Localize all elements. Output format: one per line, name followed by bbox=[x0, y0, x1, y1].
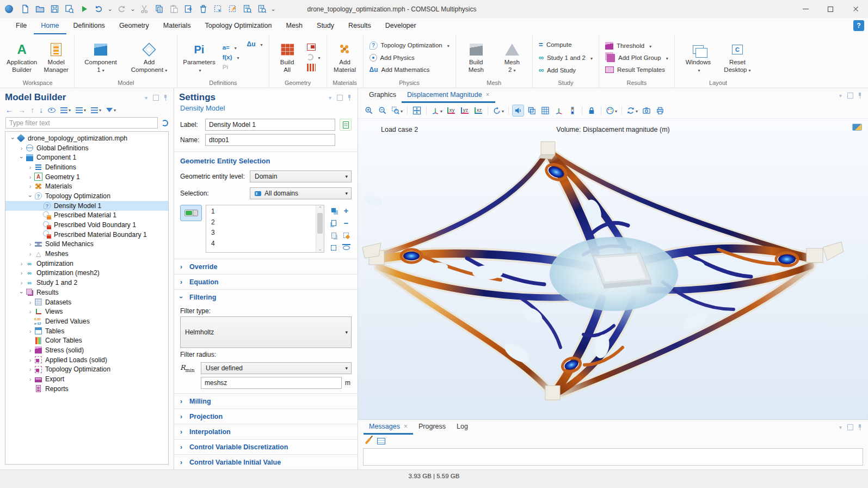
build-all-button[interactable]: Build All bbox=[272, 40, 303, 74]
customize-toolbar-icon[interactable] bbox=[269, 5, 277, 13]
reset-desktop-button[interactable]: C Reset Desktop bbox=[721, 40, 753, 74]
help-button[interactable]: ? bbox=[853, 20, 864, 31]
delete-button[interactable] bbox=[196, 2, 210, 16]
expand-collapsed-icon[interactable] bbox=[26, 347, 34, 353]
tree-item-materials[interactable]: Materials bbox=[5, 181, 168, 191]
domain-item[interactable]: 3 bbox=[211, 228, 314, 239]
drone-topology-structure[interactable] bbox=[358, 119, 868, 419]
tab-log[interactable]: Log bbox=[451, 420, 473, 435]
expand-collapsed-icon[interactable] bbox=[17, 270, 26, 276]
menu-topology-optimization[interactable]: Topology Optimization bbox=[198, 18, 279, 34]
zoom-to-selection-button[interactable] bbox=[328, 242, 339, 253]
view-xz-button[interactable]: xz bbox=[472, 105, 484, 117]
rotate-button[interactable] bbox=[491, 105, 505, 117]
find-button[interactable] bbox=[240, 2, 254, 16]
windows-button[interactable]: Windows bbox=[683, 40, 714, 74]
tree-item-meshes[interactable]: Meshes bbox=[5, 249, 168, 259]
expand-expanded-icon[interactable] bbox=[9, 135, 17, 142]
cut-button[interactable] bbox=[137, 2, 151, 16]
expand-collapsed-icon[interactable] bbox=[26, 376, 34, 382]
expand-expanded-icon[interactable] bbox=[26, 193, 34, 199]
tree-item-component-1[interactable]: Component 1 bbox=[5, 152, 168, 162]
expand-collapsed-icon[interactable] bbox=[26, 164, 34, 170]
run-button[interactable] bbox=[77, 2, 91, 16]
close-tab-icon[interactable] bbox=[486, 91, 490, 99]
color-theme-button[interactable] bbox=[605, 105, 618, 117]
expand-collapsed-icon[interactable] bbox=[26, 328, 34, 334]
select-box-button[interactable] bbox=[211, 2, 225, 16]
close-button[interactable] bbox=[843, 0, 868, 18]
add-plot-group-button[interactable]: Add Plot Group bbox=[604, 53, 670, 63]
menu-mesh[interactable]: Mesh bbox=[279, 18, 310, 34]
minimize-button[interactable] bbox=[793, 0, 818, 18]
tree-item-tables[interactable]: Tables bbox=[5, 326, 168, 336]
tab-graphics[interactable]: Graphics bbox=[364, 88, 402, 103]
maximize-button[interactable] bbox=[818, 0, 843, 18]
expand-expanded-icon[interactable] bbox=[17, 289, 26, 296]
section-equation[interactable]: Equation bbox=[174, 274, 358, 289]
tree-filter-input[interactable] bbox=[5, 117, 158, 129]
collapse-all-button[interactable]: ▾ bbox=[60, 107, 71, 113]
result-templates-button[interactable]: Result Templates bbox=[604, 66, 670, 74]
tree-item-derived-values[interactable]: Derived Values bbox=[5, 316, 168, 326]
pin-panel-icon[interactable] bbox=[857, 93, 863, 99]
tree-item-views[interactable]: Views bbox=[5, 307, 168, 316]
close-tab-icon[interactable] bbox=[404, 423, 408, 430]
section-interpolation[interactable]: Interpolation bbox=[174, 424, 358, 439]
tab-progress[interactable]: Progress bbox=[413, 420, 451, 435]
save-to-button[interactable] bbox=[62, 2, 76, 16]
panel-menu-icon[interactable] bbox=[143, 95, 149, 101]
add-physics-button[interactable]: Add Physics bbox=[368, 53, 451, 62]
section-control-variable-initial-value[interactable]: Control Variable Initial Value bbox=[174, 454, 358, 469]
print-button[interactable] bbox=[654, 105, 666, 117]
menu-home[interactable]: Home bbox=[34, 18, 66, 34]
tree-item-density-model-1[interactable]: Density Model 1 bbox=[5, 201, 168, 211]
section-filtering[interactable]: Filtering bbox=[174, 289, 358, 304]
tree-item-global-definitions[interactable]: Global Definitions bbox=[5, 143, 168, 153]
tree-item-results[interactable]: Results bbox=[5, 288, 168, 297]
tree-item-export[interactable]: Export bbox=[5, 374, 168, 384]
copy-selection-button[interactable] bbox=[328, 217, 339, 228]
tree-item-solid-mechanics[interactable]: Solid Mechanics bbox=[5, 240, 168, 249]
expand-collapsed-icon[interactable] bbox=[17, 145, 26, 151]
selection-select[interactable]: All domains bbox=[250, 187, 352, 199]
color-legend-button[interactable] bbox=[567, 105, 578, 117]
duplicate-button[interactable] bbox=[181, 2, 195, 16]
paste-button[interactable] bbox=[167, 2, 181, 16]
pin-panel-icon[interactable] bbox=[347, 95, 353, 101]
expand-collapsed-icon[interactable] bbox=[17, 279, 26, 286]
panel-menu-icon[interactable] bbox=[838, 93, 844, 99]
menu-file[interactable]: File bbox=[9, 18, 34, 34]
expand-collapsed-icon[interactable] bbox=[26, 183, 34, 190]
expand-expanded-icon[interactable] bbox=[17, 154, 26, 161]
filter-type-select[interactable]: Helmholtz bbox=[180, 316, 352, 348]
transparency-button[interactable] bbox=[526, 105, 538, 117]
expand-collapsed-icon[interactable] bbox=[26, 241, 34, 247]
update-geometry-button[interactable] bbox=[305, 53, 322, 61]
axes-button[interactable] bbox=[553, 105, 565, 117]
tree-item-datasets[interactable]: Datasets bbox=[5, 297, 168, 307]
functions-button[interactable]: f(x) bbox=[221, 53, 241, 61]
tree-item-topology-optimization[interactable]: Topology Optimization bbox=[5, 365, 168, 375]
component-button[interactable]: Component 1 bbox=[82, 40, 119, 74]
tree-item-stress-solid[interactable]: Stress (solid) bbox=[5, 345, 168, 355]
float-panel-icon[interactable] bbox=[337, 95, 343, 101]
filter-button[interactable]: ▾ bbox=[106, 108, 116, 113]
menu-study[interactable]: Study bbox=[310, 18, 341, 34]
tree-item-study-1-and-2[interactable]: Study 1 and 2 bbox=[5, 278, 168, 288]
view-xy-button[interactable]: xy bbox=[445, 105, 457, 117]
lock-view-button[interactable] bbox=[586, 105, 598, 117]
virtual-operations-button[interactable] bbox=[305, 63, 322, 72]
back-button[interactable]: ← bbox=[5, 106, 13, 114]
tree-item-optimization-mesh2[interactable]: Optimization (mesh2) bbox=[5, 269, 168, 278]
move-up-button[interactable]: ↑ bbox=[30, 106, 34, 114]
entity-level-select[interactable]: Domain bbox=[250, 170, 352, 182]
filter-radius-select[interactable]: User defined bbox=[201, 362, 352, 374]
tree-item-prescribed-void-boundary-1[interactable]: Prescribed Void Boundary 1 bbox=[5, 220, 168, 230]
domain-item[interactable]: 2 bbox=[211, 217, 314, 228]
model-tree-node-text-button[interactable]: ▾ bbox=[91, 107, 101, 113]
show-button[interactable] bbox=[48, 108, 56, 113]
nonlocal-couplings-button[interactable]: Δu bbox=[245, 40, 264, 48]
add-component-button[interactable]: Add Component bbox=[128, 40, 170, 74]
filter-radius-input[interactable] bbox=[201, 377, 342, 389]
